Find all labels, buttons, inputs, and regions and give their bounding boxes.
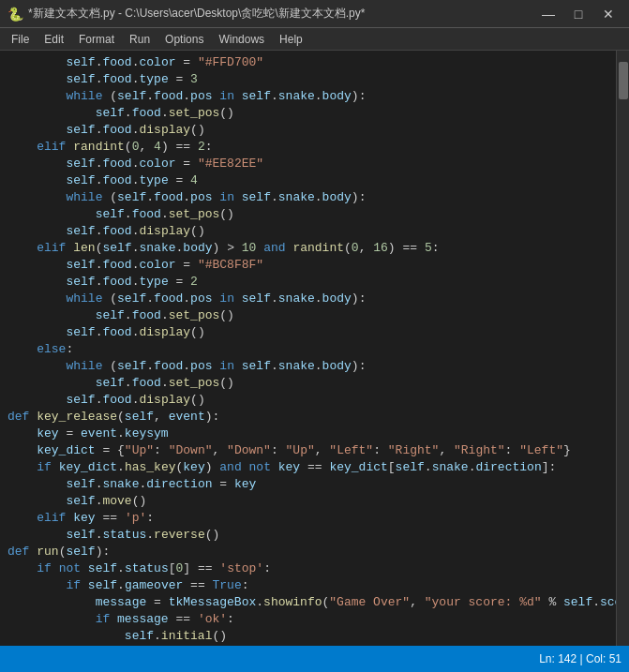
maximize-button[interactable]: □ — [565, 5, 592, 23]
menu-file[interactable]: File — [4, 28, 37, 50]
editor-container: self.food.color = "#FFD700" self.food.ty… — [0, 51, 629, 646]
vertical-scrollbar[interactable] — [616, 51, 629, 646]
close-button[interactable]: ✕ — [595, 5, 622, 23]
code-content: self.food.color = "#FFD700" self.food.ty… — [0, 54, 616, 646]
cursor-position: Ln: 142 | Col: 51 — [539, 652, 622, 665]
app-icon: 🐍 — [7, 7, 22, 22]
title-bar-left: 🐍 *新建文本文档.py - C:\Users\acer\Desktop\贪吃蛇… — [7, 6, 365, 22]
minimize-button[interactable]: — — [535, 5, 562, 23]
menu-windows[interactable]: Windows — [211, 28, 272, 50]
menu-bar: File Edit Format Run Options Windows Hel… — [0, 28, 629, 51]
status-right: Ln: 142 | Col: 51 — [539, 652, 622, 665]
status-bar: Ln: 142 | Col: 51 — [0, 646, 629, 672]
menu-run[interactable]: Run — [122, 28, 157, 50]
menu-options[interactable]: Options — [157, 28, 211, 50]
menu-format[interactable]: Format — [71, 28, 122, 50]
window-title: *新建文本文档.py - C:\Users\acer\Desktop\贪吃蛇\新… — [28, 6, 365, 22]
scrollbar-thumb[interactable] — [619, 62, 628, 99]
window-controls: — □ ✕ — [535, 5, 622, 23]
menu-help[interactable]: Help — [272, 28, 310, 50]
menu-edit[interactable]: Edit — [37, 28, 71, 50]
code-editor[interactable]: self.food.color = "#FFD700" self.food.ty… — [0, 51, 616, 646]
title-bar: 🐍 *新建文本文档.py - C:\Users\acer\Desktop\贪吃蛇… — [0, 0, 629, 28]
